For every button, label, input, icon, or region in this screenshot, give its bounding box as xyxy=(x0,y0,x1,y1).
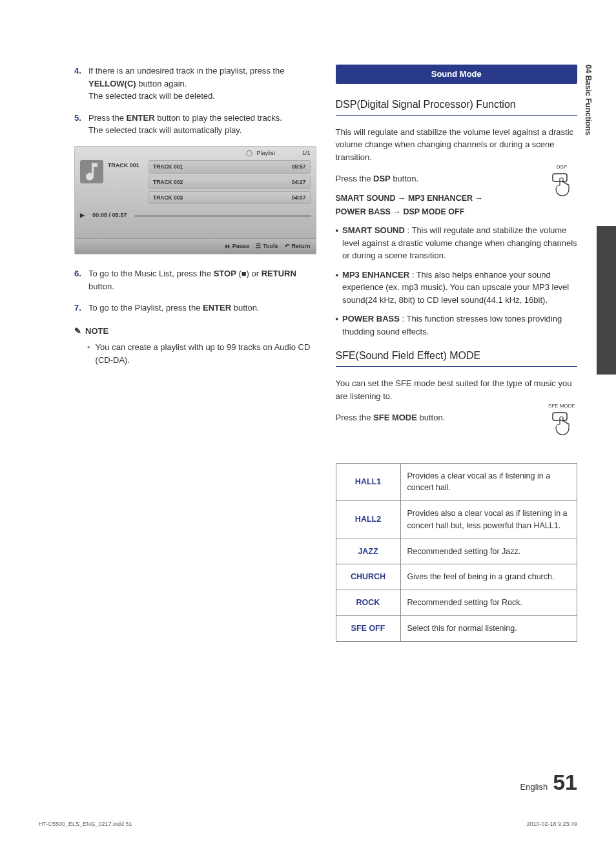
page: 4. If there is an undesired track in the… xyxy=(0,0,616,681)
sfe-button-label: SFE MODE xyxy=(546,402,577,410)
ss-page-indicator: 1/1 xyxy=(302,149,311,158)
right-column: Sound Mode DSP(Digital Signal Processor)… xyxy=(336,65,578,642)
dsp-mode-sequence: SMART SOUND → MP3 ENHANCER → POWER BASS … xyxy=(336,192,578,220)
sfe-table: HALL1Provides a clear vocal as if listen… xyxy=(336,463,578,642)
track-name: TRACK 003 xyxy=(153,194,183,202)
step-number: 7. xyxy=(74,302,88,314)
sfe-desc: Provides a clear vocal as if listening i… xyxy=(400,463,577,501)
pencil-icon: ✎ xyxy=(74,325,81,338)
ss-now-title: TRACK 001 xyxy=(108,160,139,170)
play-icon: ▶ xyxy=(80,211,85,220)
page-footer: English 51 xyxy=(520,766,577,799)
bold-text: ENTER xyxy=(203,303,231,313)
track-duration: 04:07 xyxy=(292,194,306,202)
note-body: You can create a playlist with up to 99 … xyxy=(74,341,316,366)
ss-header: ◯ Playlist 1/1 xyxy=(75,147,316,161)
table-row: SFE OFFSelect this for normal listening. xyxy=(336,615,577,641)
sfe-name: JAZZ xyxy=(336,539,400,564)
table-row: CHURCHGives the feel of being in a grand… xyxy=(336,564,577,590)
step-6: 6. To go to the Music List, press the ST… xyxy=(74,267,316,293)
note-text: You can create a playlist with up to 99 … xyxy=(96,341,316,366)
ss-track-row: TRACK 00105:57 xyxy=(149,160,311,174)
ss-return-hint: ↶Return xyxy=(285,242,311,251)
text: (■) or xyxy=(236,269,262,278)
text: button again. xyxy=(136,79,187,88)
bullet-name: POWER BASS xyxy=(342,314,400,324)
hand-press-icon xyxy=(546,411,577,440)
press-dsp: Press the DSP button. xyxy=(336,172,578,185)
music-note-icon xyxy=(80,160,103,183)
steps-list-2: 6. To go to the Music List, press the ST… xyxy=(74,267,316,314)
bold-text: YELLOW(C) xyxy=(88,79,136,88)
side-block xyxy=(597,226,616,375)
ss-playlist-label: Playlist xyxy=(256,149,275,158)
sfe-name: HALL2 xyxy=(336,501,400,539)
bold-text: SFE MODE xyxy=(373,413,417,422)
text: button. xyxy=(231,303,259,313)
text: To go to the Playlist, press the xyxy=(88,303,203,313)
ss-body: TRACK 001 TRACK 00105:57 TRACK 00204:27 … xyxy=(75,160,316,206)
dsp-bullet-list: SMART SOUND : This will regulate and sta… xyxy=(336,224,578,338)
step-body: To go to the Music List, press the STOP … xyxy=(88,267,316,293)
bullet-name: MP3 ENHANCER xyxy=(342,270,412,280)
track-duration: 05:57 xyxy=(292,163,306,171)
dsp-button-label: DSP xyxy=(546,163,577,171)
section-bar-sound-mode: Sound Mode xyxy=(336,65,578,84)
print-file: HT-C5500_ELS_ENG_0217.indd 51 xyxy=(39,820,132,829)
sfe-desc: Provides also a clear vocal as if listen… xyxy=(400,501,577,539)
step-body: Press the ENTER button to play the selec… xyxy=(88,112,316,137)
step-number: 5. xyxy=(74,112,88,137)
ss-track-list: TRACK 00105:57 TRACK 00204:27 TRACK 0030… xyxy=(149,160,311,206)
hand-press-icon xyxy=(546,172,577,201)
text: button. xyxy=(417,413,445,422)
bullet-name: SMART SOUND xyxy=(342,225,405,235)
step-body: To go to the Playlist, press the ENTER b… xyxy=(88,302,316,314)
text: The selected track will be deleted. xyxy=(88,91,215,101)
text: Press the xyxy=(88,113,127,123)
bullet-smart-sound: SMART SOUND : This will regulate and sta… xyxy=(336,224,578,262)
dsp-button-illustration: DSP xyxy=(546,163,577,205)
ss-track-row: TRACK 00304:07 xyxy=(149,191,311,205)
table-row: HALL2Provides also a clear vocal as if l… xyxy=(336,501,577,539)
ss-track-row: TRACK 00204:27 xyxy=(149,176,311,189)
steps-list-1: 4. If there is an undesired track in the… xyxy=(74,65,316,137)
step-5: 5. Press the ENTER button to play the se… xyxy=(74,112,316,137)
ss-now-playing: TRACK 001 xyxy=(80,160,145,206)
press-sfe: Press the SFE MODE button. xyxy=(336,411,578,424)
ss-playbar: ▶ 00:08 / 05:57 xyxy=(75,206,316,225)
step-number: 6. xyxy=(74,267,88,293)
track-name: TRACK 001 xyxy=(153,163,183,171)
mode-item: POWER BASS xyxy=(336,207,391,216)
bold-text: RETURN xyxy=(262,269,296,278)
mode-item: DSP MODE OFF xyxy=(403,207,464,216)
bullet-power-bass: POWER BASS : This function stresses low … xyxy=(336,313,578,338)
text: button. xyxy=(391,174,418,183)
text: button to play the selected tracks. xyxy=(155,113,282,123)
mode-item: SMART SOUND xyxy=(336,194,396,203)
bold-text: ENTER xyxy=(127,113,155,123)
text: The selected track will automatically pl… xyxy=(88,125,241,135)
play-time: 00:08 / 05:57 xyxy=(92,211,127,220)
sfe-name: ROCK xyxy=(336,590,400,616)
text: To go to the Music List, press the xyxy=(88,269,214,278)
bold-text: DSP xyxy=(373,174,391,183)
left-column: 4. If there is an undesired track in the… xyxy=(39,65,316,642)
track-name: TRACK 002 xyxy=(153,178,183,187)
dsp-intro: This will regulate and stabilize the vol… xyxy=(336,126,578,164)
text: Press the xyxy=(336,413,374,422)
step-4: 4. If there is an undesired track in the… xyxy=(74,65,316,103)
sfe-name: HALL1 xyxy=(336,463,400,501)
note-label: NOTE xyxy=(85,325,108,338)
text: If there is an undesired track in the pl… xyxy=(88,66,285,76)
step-number: 4. xyxy=(74,65,88,103)
progress-bar xyxy=(135,215,311,217)
text: button. xyxy=(88,282,114,291)
bold-text: STOP xyxy=(214,269,236,278)
heading-dsp: DSP(Digital Signal Processor) Function xyxy=(336,97,578,116)
sfe-name: SFE OFF xyxy=(336,615,400,641)
ss-tools-hint: ☰Tools xyxy=(256,242,278,251)
sfe-button-illustration: SFE MODE xyxy=(546,402,577,444)
bullet-mp3-enhancer: MP3 ENHANCER : This also helps enhance y… xyxy=(336,269,578,307)
step-body: If there is an undesired track in the pl… xyxy=(88,65,316,103)
side-tab: 04 Basic Functions xyxy=(582,65,594,135)
